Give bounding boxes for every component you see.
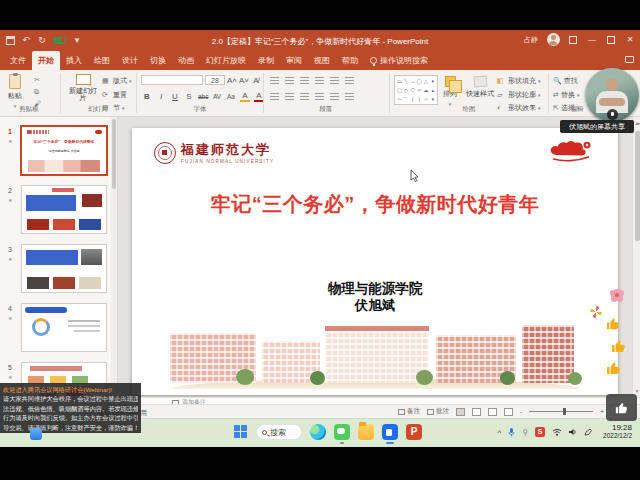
undo-icon[interactable]: ↶ <box>21 35 31 45</box>
campus-illustration <box>170 311 580 389</box>
tab-draw[interactable]: 绘图 <box>88 51 116 70</box>
microphone-muted-icon[interactable] <box>607 109 618 120</box>
wifi-icon[interactable] <box>552 428 562 436</box>
slideshow-view-button[interactable] <box>504 408 513 416</box>
tencent-meeting-icon[interactable] <box>382 424 398 440</box>
editor-scrollbar[interactable]: ▲ ▼ <box>632 117 640 397</box>
ribbon: 粘贴▾ ✂ ⧉ 🖌 剪贴板 新建幻灯片 ▦版式▾ ⟳重置 ▤节▾ 幻灯片 28 <box>0 70 640 117</box>
flower-emoji <box>611 289 623 301</box>
tab-insert[interactable]: 插入 <box>60 51 88 70</box>
comments-toggle[interactable]: 批注 <box>427 407 449 416</box>
scroll-down-icon[interactable]: ▼ <box>633 388 640 394</box>
tab-file[interactable]: 文件 <box>4 51 32 70</box>
ribbon-display-options-icon[interactable] <box>569 36 577 44</box>
tab-help[interactable]: 帮助 <box>336 51 364 70</box>
tab-slideshow[interactable]: 幻灯片放映 <box>200 51 252 70</box>
zoom-slider[interactable] <box>529 411 593 412</box>
tray-chevron-icon[interactable]: ^ <box>497 428 501 437</box>
date: 2022/12/2 <box>603 432 632 439</box>
university-logo: 福建师范大学 FUJIAN NORMAL UNIVERSITY <box>154 141 274 164</box>
thumbs-up-reaction-button[interactable] <box>606 394 637 421</box>
powerpoint-titlebar: 2.0【定稿】牢记“三个务必”，争做新时代好青年 - PowerPoint ↶ … <box>0 30 640 52</box>
slide-canvas[interactable]: 福建师范大学 FUJIAN NORMAL UNIVERSITY 牢记“三个务必”… <box>132 128 618 395</box>
meeting-notice-overlay: 欢迎进入腾讯会议网络研讨会(Webinar)! 请大家共同维护大会秩序，会议过程… <box>0 383 141 433</box>
volume-icon[interactable] <box>569 428 577 436</box>
lightbulb-icon <box>370 57 377 64</box>
slide-thumbnail-panel: 1 ★ 牢记“三个务必”，争做新时代好青年 物理与能源学院 伏旭斌 2 ★ <box>0 117 118 397</box>
slide-number: 1 <box>8 128 12 135</box>
taskbar-widget-icon[interactable] <box>30 428 42 440</box>
notes-icon <box>398 409 405 415</box>
ribbon-tab-row: 文件 开始 插入 绘图 设计 切换 动画 幻灯片放映 录制 审阅 视图 帮助 操… <box>0 52 640 70</box>
tab-home[interactable]: 开始 <box>32 51 60 70</box>
thumbs-up-emoji <box>606 316 621 335</box>
recording-indicator <box>53 37 66 44</box>
zoom-out-button[interactable]: - <box>520 408 522 415</box>
zoom-slider-thumb[interactable] <box>563 408 566 415</box>
scrollbar-thumb[interactable] <box>635 131 640 241</box>
account-name[interactable]: 占静 <box>524 35 538 45</box>
screen-share-tooltip: 伏旭斌的屏幕共享 <box>560 120 634 133</box>
tab-record[interactable]: 录制 <box>252 51 280 70</box>
slide-thumbnail-3[interactable]: 3 ★ <box>22 245 106 292</box>
safely-remove-icon[interactable]: ⚲ <box>522 428 528 437</box>
animation-star-icon: ★ <box>8 197 12 203</box>
tab-transitions[interactable]: 切换 <box>144 51 172 70</box>
wechat-icon[interactable] <box>334 424 350 440</box>
powerpoint-icon[interactable]: P <box>406 424 422 440</box>
thumbs-up-emoji <box>606 360 622 380</box>
letterbox-bottom <box>0 447 640 480</box>
microphone-icon[interactable] <box>508 428 515 437</box>
tab-animations[interactable]: 动画 <box>172 51 200 70</box>
thumbs-up-icon <box>615 401 629 415</box>
notice-line: 法违规、低俗色情、吸烟酗酒等内容。若发现违规 <box>3 404 138 413</box>
tab-view[interactable]: 视图 <box>308 51 336 70</box>
redo-icon[interactable]: ↻ <box>37 35 47 45</box>
mouse-cursor <box>410 168 419 186</box>
thumbs-up-emoji <box>611 338 627 358</box>
save-icon[interactable] <box>6 36 15 45</box>
notice-line: 导交易、请谨慎判断，注意财产安全，谨防诈骗！ <box>3 423 138 432</box>
normal-view-button[interactable] <box>456 408 465 416</box>
group-label-paragraph: 段落 <box>265 105 387 114</box>
minimize-button[interactable]: — <box>586 34 598 46</box>
slide-thumbnail-2[interactable]: 2 ★ <box>22 186 106 233</box>
zoom-in-button[interactable]: + <box>600 408 604 415</box>
file-explorer-icon[interactable] <box>358 424 374 440</box>
collapse-ribbon-icon[interactable]: ⌃ <box>636 122 640 130</box>
panel-scrollbar[interactable] <box>111 117 117 397</box>
taskbar-clock[interactable]: 19:28 2022/12/2 <box>603 423 632 439</box>
pen-icon[interactable] <box>584 428 592 436</box>
slide-thumbnail-1[interactable]: 1 ★ 牢记“三个务必”，争做新时代好青年 物理与能源学院 伏旭斌 <box>22 127 106 174</box>
slide-thumbnail-4[interactable]: 4 ★ <box>22 304 106 351</box>
notes-toggle[interactable]: 备注 <box>398 407 420 416</box>
university-name-cn: 福建师范大学 <box>181 141 274 159</box>
restore-button[interactable] <box>607 36 615 44</box>
slide-title[interactable]: 牢记“三个务必”，争做新时代好青年 <box>132 191 618 218</box>
edge-icon[interactable] <box>310 424 326 440</box>
comments-icon[interactable] <box>625 56 634 63</box>
account-avatar[interactable] <box>547 33 560 46</box>
reading-view-button[interactable] <box>488 408 497 416</box>
search-icon <box>262 430 267 435</box>
sogou-ime-icon[interactable]: S <box>535 427 545 437</box>
animation-star-icon: ★ <box>8 374 12 380</box>
animation-star-icon: ★ <box>8 315 12 321</box>
letterbox-top <box>0 0 640 30</box>
comment-icon <box>427 409 434 415</box>
slide-sorter-view-button[interactable] <box>472 408 481 416</box>
university-seal-icon <box>154 142 176 164</box>
qat-customize-icon[interactable]: ▾ <box>72 35 82 45</box>
tab-review[interactable]: 审阅 <box>280 51 308 70</box>
group-label-font: 字体 <box>138 105 262 114</box>
slide-subtitle[interactable]: 物理与能源学院 伏旭斌 <box>132 280 618 314</box>
red-cloud-ornament <box>548 136 594 168</box>
tab-design[interactable]: 设计 <box>116 51 144 70</box>
quick-access-toolbar: ↶ ↻ ▾ <box>6 35 82 45</box>
university-name-en: FUJIAN NORMAL UNIVERSITY <box>181 159 274 164</box>
notice-line: 请大家共同维护大会秩序，会议过程中禁止出现违 <box>3 394 138 403</box>
taskbar-search[interactable]: 搜索 <box>256 424 302 440</box>
close-button[interactable]: ✕ <box>624 34 636 46</box>
tell-me-search[interactable]: 操作说明搜索 <box>364 51 434 70</box>
start-button[interactable] <box>234 425 248 439</box>
